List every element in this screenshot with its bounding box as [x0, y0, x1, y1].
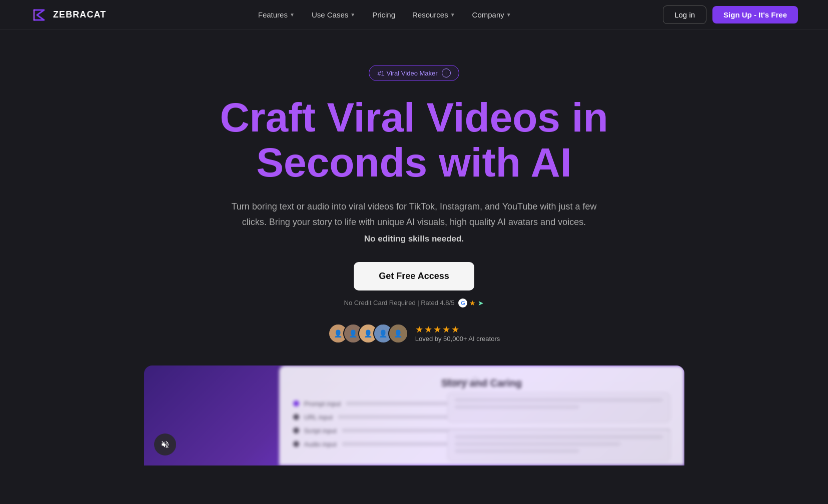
social-proof-label: Loved by 50,000+ AI creators [415, 335, 500, 342]
hero-title: Craft Viral Videos in Seconds with AI [220, 95, 608, 185]
trust-line: No Credit Card Required | Rated 4.8/5 G … [344, 298, 484, 308]
get-free-access-button[interactable]: Get Free Access [354, 262, 474, 290]
nav-pricing[interactable]: Pricing [365, 6, 402, 23]
trust-icons: G ★ ➤ [458, 298, 484, 308]
generate-input-area [447, 430, 670, 462]
hero-subtitle: Turn boring text or audio into viral vid… [224, 199, 604, 230]
nav-features[interactable]: Features ▼ [251, 6, 302, 23]
svg-rect-0 [30, 6, 48, 24]
chevron-down-icon: ▼ [450, 12, 455, 18]
avatar: 👤 [388, 324, 408, 344]
hero-badge: #1 Viral Video Maker i [369, 65, 459, 81]
star-rating: ★★★★★ [415, 324, 500, 335]
info-icon: i [442, 68, 451, 78]
mute-icon [161, 440, 170, 449]
brand-name: ZEBRACAT [53, 10, 106, 20]
mute-button[interactable] [154, 434, 176, 456]
hero-no-editing: No editing skills needed. [364, 234, 464, 244]
nav-use-cases[interactable]: Use Cases ▼ [305, 6, 362, 23]
star-icon: ★ [469, 299, 476, 307]
chevron-down-icon: ▼ [350, 12, 355, 18]
video-inner-panel: Story and Caring Prompt input URL input … [279, 366, 684, 466]
nav-resources[interactable]: Resources ▼ [405, 6, 462, 23]
logo-icon [30, 6, 48, 24]
bullet-icon [293, 441, 299, 447]
login-button[interactable]: Log in [663, 6, 706, 24]
chevron-down-icon: ▼ [506, 12, 511, 18]
prompt-input-area [447, 392, 670, 422]
hero-section: #1 Viral Video Maker i Craft Viral Video… [0, 30, 828, 466]
arrow-icon: ➤ [478, 299, 484, 307]
nav-company[interactable]: Company ▼ [465, 6, 518, 23]
chevron-down-icon: ▼ [290, 12, 295, 18]
video-right-panel: Prompt i [447, 378, 670, 462]
logo-link[interactable]: ZEBRACAT [30, 6, 106, 24]
signup-button[interactable]: Sign Up - It's Free [712, 6, 798, 24]
video-preview: Story and Caring Prompt input URL input … [144, 366, 684, 466]
google-icon: G [458, 298, 467, 308]
avatar-group: 👤 👤 👤 👤 👤 [328, 324, 408, 344]
social-proof-text: ★★★★★ Loved by 50,000+ AI creators [415, 324, 500, 342]
social-proof: 👤 👤 👤 👤 👤 ★★★★★ Loved by 50,000+ AI crea… [328, 324, 500, 344]
bullet-icon [293, 400, 299, 406]
prompt-label: Prompt i [447, 378, 670, 386]
bullet-icon [293, 414, 299, 420]
nav-actions: Log in Sign Up - It's Free [663, 6, 798, 24]
bullet-icon [293, 428, 299, 434]
nav-links: Features ▼ Use Cases ▼ Pricing Resources… [251, 6, 518, 23]
info-icon: i [471, 378, 479, 386]
navbar: ZEBRACAT Features ▼ Use Cases ▼ Pricing … [0, 0, 828, 30]
